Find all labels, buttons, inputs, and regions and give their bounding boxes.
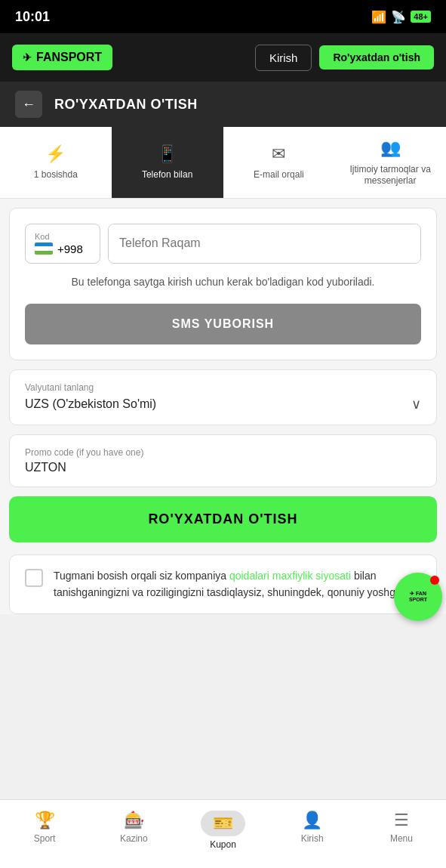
nav-kazino-label: Kazino (120, 833, 148, 844)
phone-input-wrapper (108, 224, 421, 264)
tab-email[interactable]: ✉ E-mail orqali (223, 127, 335, 198)
uzbekistan-flag (35, 242, 53, 255)
casino-icon: 🎰 (124, 811, 144, 830)
tab-label-1: 1 bosishda (34, 169, 78, 181)
terms-row: Tugmani bosish orqali siz kompaniya qoid… (25, 567, 421, 601)
wifi-icon: 📡 (391, 10, 406, 24)
sms-hint: Bu telefonga saytga kirish uchun kerak b… (25, 274, 421, 290)
country-code-label: Kod (35, 232, 91, 241)
nav-bar: ✈ FANSPORT Kirish Ro'yxatdan o'tish (0, 33, 446, 82)
country-code-selector[interactable]: Kod +998 (25, 224, 100, 264)
terms-checkbox[interactable] (25, 569, 43, 587)
flash-icon: ⚡ (45, 144, 66, 165)
tab-telefon[interactable]: 📱 Telefon bilan (112, 127, 223, 198)
currency-value: UZS (O'zbekiston So'mi) (25, 397, 156, 411)
phone-row: Kod +998 (25, 224, 421, 264)
nav-sport[interactable]: 🏆 Sport (0, 808, 89, 853)
terms-link-privacy[interactable]: maxfiylik siyosati (272, 570, 351, 582)
currency-section[interactable]: Valyutani tanlang UZS (O'zbekiston So'mi… (9, 369, 437, 425)
promo-value: UZTON (25, 461, 421, 474)
tab-label-4: Ijtimoiy tarmoqlar va messenjerlar (340, 164, 440, 187)
logo-text: FANSPORT (36, 51, 102, 64)
email-icon: ✉ (272, 144, 285, 165)
phone-input[interactable] (109, 224, 420, 263)
terms-text-1: Tugmani bosish orqali siz kompaniya (54, 570, 229, 582)
chevron-down-icon: ∨ (411, 396, 421, 412)
battery-icon: 48+ (411, 11, 431, 23)
people-icon: 👥 (380, 137, 401, 159)
page-header: ← RO'YXATDAN O'TISH (0, 82, 446, 127)
floating-fansport-badge: ✈ FANSPORT (394, 573, 442, 621)
registration-tabs: ⚡ 1 bosishda 📱 Telefon bilan ✉ E-mail or… (0, 127, 446, 199)
terms-text: Tugmani bosish orqali siz kompaniya qoid… (54, 567, 421, 601)
user-icon: 👤 (302, 811, 322, 830)
bottom-nav: 🏆 Sport 🎰 Kazino 🎫 Kupon 👤 Kirish ☰ Menu (0, 799, 446, 868)
back-button[interactable]: ← (15, 91, 42, 118)
login-button[interactable]: Kirish (255, 45, 312, 71)
country-code-number: +998 (57, 242, 83, 255)
promo-section[interactable]: Promo code (if you have one) UZTON (9, 434, 437, 487)
currency-select-row: UZS (O'zbekiston So'mi) ∨ (25, 396, 421, 412)
currency-label: Valyutani tanlang (25, 382, 421, 393)
tab-label-2: Telefon bilan (142, 169, 192, 181)
register-button[interactable]: Ro'yxatdan o'tish (319, 45, 434, 70)
phone-form-section: Kod +998 Bu telefonga saytga kirish uchu… (9, 208, 437, 360)
tab-social[interactable]: 👥 Ijtimoiy tarmoqlar va messenjerlar (334, 127, 446, 198)
menu-icon: ☰ (394, 811, 409, 830)
promo-label: Promo code (if you have one) (25, 447, 421, 458)
nav-kazino[interactable]: 🎰 Kazino (89, 808, 178, 853)
nav-menu[interactable]: ☰ Menu (357, 808, 446, 853)
country-code-value: +998 (35, 242, 91, 255)
kupon-icon-bg: 🎫 (201, 811, 245, 836)
nav-menu-label: Menu (390, 833, 413, 844)
status-bar: 10:01 📶 📡 48+ (0, 0, 446, 33)
logo: ✈ FANSPORT (12, 45, 112, 70)
phone-icon: 📱 (157, 144, 177, 165)
terms-link-rules[interactable]: qoidalari (229, 570, 269, 582)
nav-sport-label: Sport (34, 833, 56, 844)
register-submit-button[interactable]: RO'YXATDAN O'TISH (9, 496, 437, 542)
terms-section: Tugmani bosish orqali siz kompaniya qoid… (9, 554, 437, 614)
page-title: RO'YXATDAN O'TISH (54, 97, 198, 113)
nav-kupon[interactable]: 🎫 Kupon (178, 808, 267, 853)
sms-button[interactable]: SMS YUBORISH (25, 304, 421, 344)
badge-text: ✈ FANSPORT (409, 591, 427, 602)
tab-1-bosishda[interactable]: ⚡ 1 bosishda (0, 127, 112, 198)
nav-kirish[interactable]: 👤 Kirish (268, 808, 357, 853)
status-icons: 📶 📡 48+ (371, 10, 431, 24)
nav-kirish-label: Kirish (301, 833, 324, 844)
logo-icon: ✈ (23, 51, 32, 63)
signal-icon: 📶 (371, 10, 386, 24)
main-content: ⚡ 1 bosishda 📱 Telefon bilan ✉ E-mail or… (0, 127, 446, 614)
tab-label-3: E-mail orqali (254, 169, 304, 181)
nav-kupon-label: Kupon (210, 839, 236, 850)
ticket-icon: 🎫 (213, 814, 233, 832)
trophy-icon: 🏆 (35, 811, 55, 830)
nav-actions: Kirish Ro'yxatdan o'tish (255, 45, 434, 71)
status-time: 10:01 (15, 9, 50, 25)
badge-notification-dot (430, 576, 439, 585)
